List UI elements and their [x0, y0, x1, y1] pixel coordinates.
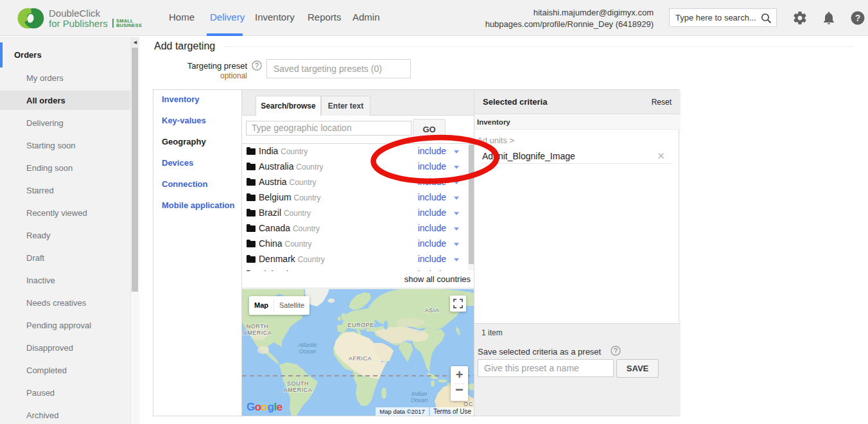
svg-text:AMERICA: AMERICA [284, 387, 313, 393]
svg-text:Ocean: Ocean [299, 348, 317, 355]
svg-text:Ocean: Ocean [411, 397, 428, 403]
svg-text:?: ? [255, 62, 259, 69]
svg-text:AFRICA: AFRICA [349, 355, 372, 362]
svg-text:EUROPE: EUROPE [347, 322, 374, 328]
svg-text:SOUTH: SOUTH [287, 380, 309, 387]
svg-text:?: ? [855, 13, 861, 23]
svg-text:ASIA: ASIA [425, 307, 440, 314]
svg-text:AMERICA: AMERICA [243, 330, 272, 336]
svg-text:OCEAN: OCEAN [464, 401, 474, 407]
svg-text:Atlantic: Atlantic [297, 342, 317, 348]
svg-text:?: ? [614, 347, 618, 355]
svg-text:Indian: Indian [412, 391, 428, 397]
svg-text:NORTH: NORTH [247, 323, 268, 330]
